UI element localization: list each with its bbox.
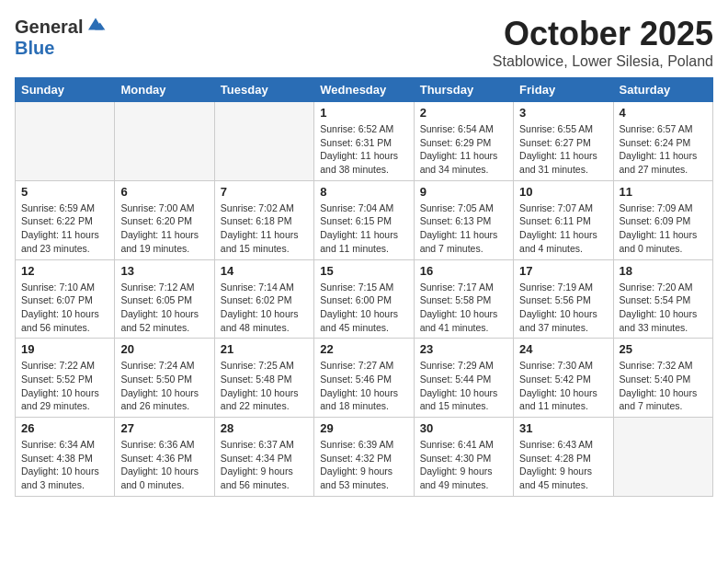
calendar-cell: 24Sunrise: 7:30 AM Sunset: 5:42 PM Dayli… [514, 339, 613, 418]
day-number: 29 [320, 421, 407, 435]
calendar-cell: 22Sunrise: 7:27 AM Sunset: 5:46 PM Dayli… [314, 339, 414, 418]
title-block: October 2025 Stablowice, Lower Silesia, … [493, 15, 713, 70]
day-info: Sunrise: 6:59 AM Sunset: 6:22 PM Dayligh… [21, 201, 108, 256]
day-info: Sunrise: 7:30 AM Sunset: 5:42 PM Dayligh… [519, 359, 607, 413]
day-info: Sunrise: 6:41 AM Sunset: 4:30 PM Dayligh… [420, 438, 507, 492]
calendar-cell: 14Sunrise: 7:14 AM Sunset: 6:02 PM Dayli… [214, 259, 313, 339]
day-number: 17 [519, 264, 607, 278]
calendar-cell: 7Sunrise: 7:02 AM Sunset: 6:18 PM Daylig… [214, 180, 313, 259]
day-number: 11 [620, 185, 707, 199]
day-number: 24 [519, 342, 607, 356]
day-info: Sunrise: 7:25 AM Sunset: 5:48 PM Dayligh… [221, 359, 308, 413]
calendar-cell: 23Sunrise: 7:29 AM Sunset: 5:44 PM Dayli… [414, 339, 513, 418]
day-info: Sunrise: 7:22 AM Sunset: 5:52 PM Dayligh… [21, 359, 108, 413]
calendar-cell: 11Sunrise: 7:09 AM Sunset: 6:09 PM Dayli… [613, 180, 712, 259]
day-info: Sunrise: 7:19 AM Sunset: 5:56 PM Dayligh… [519, 281, 607, 335]
calendar-cell: 28Sunrise: 6:37 AM Sunset: 4:34 PM Dayli… [214, 418, 313, 497]
calendar-cell: 8Sunrise: 7:04 AM Sunset: 6:15 PM Daylig… [314, 180, 414, 259]
day-info: Sunrise: 6:43 AM Sunset: 4:28 PM Dayligh… [519, 438, 607, 492]
calendar-cell: 9Sunrise: 7:05 AM Sunset: 6:13 PM Daylig… [414, 180, 513, 259]
day-number: 30 [420, 421, 507, 435]
day-number: 9 [420, 185, 507, 199]
day-number: 15 [320, 264, 407, 278]
day-info: Sunrise: 7:04 AM Sunset: 6:15 PM Dayligh… [320, 201, 407, 256]
weekday-header-cell: Friday [514, 78, 613, 102]
day-number: 18 [620, 264, 707, 278]
calendar-cell: 6Sunrise: 7:00 AM Sunset: 6:20 PM Daylig… [115, 180, 214, 259]
week-row: 19Sunrise: 7:22 AM Sunset: 5:52 PM Dayli… [16, 339, 713, 418]
day-info: Sunrise: 6:37 AM Sunset: 4:34 PM Dayligh… [221, 438, 308, 492]
weekday-header-cell: Wednesday [314, 78, 414, 102]
day-info: Sunrise: 7:10 AM Sunset: 6:07 PM Dayligh… [21, 281, 108, 335]
day-number: 25 [620, 342, 707, 356]
calendar-cell: 1Sunrise: 6:52 AM Sunset: 6:31 PM Daylig… [314, 102, 414, 181]
day-info: Sunrise: 6:34 AM Sunset: 4:38 PM Dayligh… [21, 438, 108, 492]
calendar-cell: 17Sunrise: 7:19 AM Sunset: 5:56 PM Dayli… [514, 259, 613, 339]
day-info: Sunrise: 7:29 AM Sunset: 5:44 PM Dayligh… [420, 359, 507, 413]
calendar-cell: 13Sunrise: 7:12 AM Sunset: 6:05 PM Dayli… [115, 259, 214, 339]
logo-general-text: General [15, 17, 83, 38]
day-number: 20 [120, 342, 208, 356]
day-info: Sunrise: 7:15 AM Sunset: 6:00 PM Dayligh… [320, 281, 407, 335]
day-number: 3 [519, 106, 607, 120]
logo-blue-text: Blue [15, 38, 54, 58]
day-number: 8 [320, 185, 407, 199]
calendar-cell: 16Sunrise: 7:17 AM Sunset: 5:58 PM Dayli… [414, 259, 513, 339]
day-info: Sunrise: 7:24 AM Sunset: 5:50 PM Dayligh… [120, 359, 208, 413]
day-info: Sunrise: 6:57 AM Sunset: 6:24 PM Dayligh… [620, 122, 707, 177]
calendar-cell: 31Sunrise: 6:43 AM Sunset: 4:28 PM Dayli… [514, 418, 613, 497]
day-number: 2 [420, 106, 507, 120]
location-text: Stablowice, Lower Silesia, Poland [493, 53, 713, 70]
calendar-cell [613, 418, 712, 497]
day-info: Sunrise: 7:14 AM Sunset: 6:02 PM Dayligh… [221, 281, 308, 335]
day-number: 23 [420, 342, 507, 356]
day-info: Sunrise: 7:27 AM Sunset: 5:46 PM Dayligh… [320, 359, 407, 413]
weekday-header-cell: Monday [115, 78, 214, 102]
calendar-cell: 19Sunrise: 7:22 AM Sunset: 5:52 PM Dayli… [16, 339, 115, 418]
day-info: Sunrise: 6:36 AM Sunset: 4:36 PM Dayligh… [120, 438, 208, 492]
day-info: Sunrise: 6:52 AM Sunset: 6:31 PM Dayligh… [320, 122, 407, 177]
day-number: 21 [221, 342, 308, 356]
day-number: 10 [519, 185, 607, 199]
day-number: 12 [21, 264, 108, 278]
calendar-cell: 5Sunrise: 6:59 AM Sunset: 6:22 PM Daylig… [16, 180, 115, 259]
day-number: 1 [320, 106, 407, 120]
day-info: Sunrise: 7:07 AM Sunset: 6:11 PM Dayligh… [519, 201, 607, 256]
calendar-cell: 10Sunrise: 7:07 AM Sunset: 6:11 PM Dayli… [514, 180, 613, 259]
day-number: 14 [221, 264, 308, 278]
day-number: 16 [420, 264, 507, 278]
page-header: General Blue October 2025 Stablowice, Lo… [15, 15, 713, 70]
day-info: Sunrise: 6:39 AM Sunset: 4:32 PM Dayligh… [320, 438, 407, 492]
calendar-cell: 3Sunrise: 6:55 AM Sunset: 6:27 PM Daylig… [514, 102, 613, 181]
weekday-header-cell: Thursday [414, 78, 513, 102]
day-number: 7 [221, 185, 308, 199]
day-number: 6 [120, 185, 208, 199]
week-row: 1Sunrise: 6:52 AM Sunset: 6:31 PM Daylig… [16, 102, 713, 181]
logo: General Blue [15, 15, 107, 59]
weekday-header-cell: Tuesday [214, 78, 313, 102]
day-info: Sunrise: 7:32 AM Sunset: 5:40 PM Dayligh… [620, 359, 707, 413]
day-info: Sunrise: 7:00 AM Sunset: 6:20 PM Dayligh… [120, 201, 208, 256]
weekday-header-cell: Saturday [613, 78, 712, 102]
week-row: 5Sunrise: 6:59 AM Sunset: 6:22 PM Daylig… [16, 180, 713, 259]
calendar-cell: 21Sunrise: 7:25 AM Sunset: 5:48 PM Dayli… [214, 339, 313, 418]
day-info: Sunrise: 7:02 AM Sunset: 6:18 PM Dayligh… [221, 201, 308, 256]
day-number: 4 [620, 106, 707, 120]
day-info: Sunrise: 7:05 AM Sunset: 6:13 PM Dayligh… [420, 201, 507, 256]
day-number: 28 [221, 421, 308, 435]
calendar-cell: 26Sunrise: 6:34 AM Sunset: 4:38 PM Dayli… [16, 418, 115, 497]
calendar-cell: 18Sunrise: 7:20 AM Sunset: 5:54 PM Dayli… [613, 259, 712, 339]
day-info: Sunrise: 7:17 AM Sunset: 5:58 PM Dayligh… [420, 281, 507, 335]
calendar-cell: 2Sunrise: 6:54 AM Sunset: 6:29 PM Daylig… [414, 102, 513, 181]
calendar-cell: 30Sunrise: 6:41 AM Sunset: 4:30 PM Dayli… [414, 418, 513, 497]
calendar-cell: 29Sunrise: 6:39 AM Sunset: 4:32 PM Dayli… [314, 418, 414, 497]
day-info: Sunrise: 6:54 AM Sunset: 6:29 PM Dayligh… [420, 122, 507, 177]
day-number: 31 [519, 421, 607, 435]
logo-icon [85, 15, 107, 33]
month-title: October 2025 [493, 15, 713, 53]
calendar-body: 1Sunrise: 6:52 AM Sunset: 6:31 PM Daylig… [16, 102, 713, 497]
day-info: Sunrise: 7:12 AM Sunset: 6:05 PM Dayligh… [120, 281, 208, 335]
weekday-header-row: SundayMondayTuesdayWednesdayThursdayFrid… [16, 78, 713, 102]
calendar-cell: 20Sunrise: 7:24 AM Sunset: 5:50 PM Dayli… [115, 339, 214, 418]
calendar-cell: 15Sunrise: 7:15 AM Sunset: 6:00 PM Dayli… [314, 259, 414, 339]
